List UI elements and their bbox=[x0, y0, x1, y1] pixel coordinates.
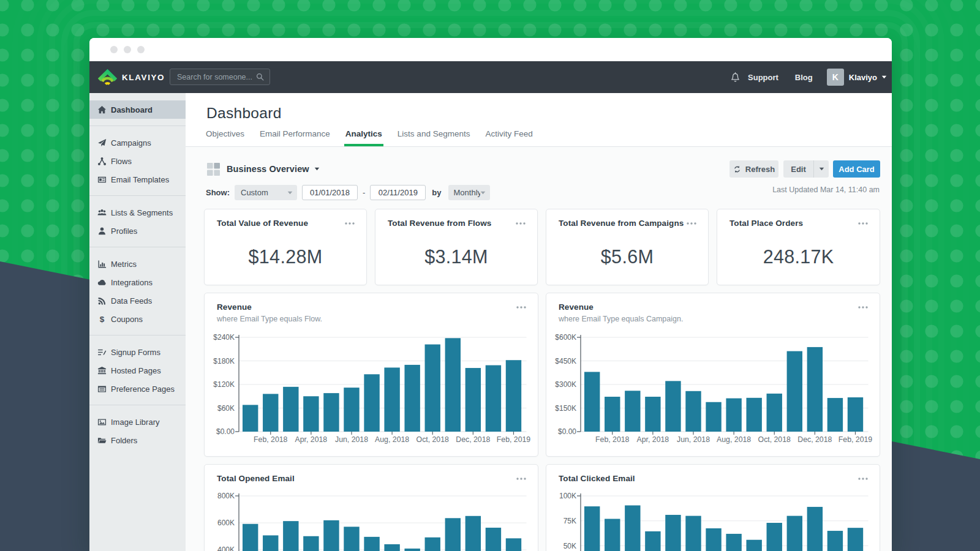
bar[interactable] bbox=[787, 351, 802, 432]
start-date-input[interactable] bbox=[302, 185, 358, 200]
bar[interactable] bbox=[466, 516, 481, 551]
sidebar-item-email-templates[interactable]: Email Templates bbox=[89, 170, 186, 189]
card-menu-button[interactable] bbox=[516, 474, 527, 482]
sidebar-item-lists-segments[interactable]: Lists & Segments bbox=[89, 203, 186, 222]
avatar[interactable]: K bbox=[827, 69, 844, 86]
bar[interactable] bbox=[344, 388, 359, 432]
add-card-button[interactable]: Add Card bbox=[833, 160, 880, 178]
bar[interactable] bbox=[323, 393, 339, 432]
bar[interactable] bbox=[263, 394, 278, 432]
bar[interactable] bbox=[706, 528, 721, 551]
end-date-input[interactable] bbox=[370, 185, 426, 200]
bar[interactable] bbox=[303, 536, 318, 551]
bar[interactable] bbox=[486, 528, 501, 551]
tab-activity-feed[interactable]: Activity Feed bbox=[485, 129, 532, 146]
sidebar-item-flows[interactable]: Flows bbox=[89, 152, 186, 170]
interval-select[interactable]: Monthly bbox=[448, 185, 490, 200]
sidebar-item-metrics[interactable]: Metrics bbox=[89, 255, 186, 273]
bar[interactable] bbox=[807, 347, 823, 432]
date-range-select[interactable]: Custom bbox=[235, 185, 297, 200]
card-menu-button[interactable] bbox=[858, 474, 869, 482]
sidebar-item-image-library[interactable]: Image Library bbox=[89, 413, 186, 431]
sidebar-item-dashboard[interactable]: Dashboard bbox=[89, 100, 186, 119]
caret-down-icon[interactable] bbox=[881, 75, 887, 79]
sidebar-item-signup-forms[interactable]: Signup Forms bbox=[89, 343, 186, 361]
bar[interactable] bbox=[584, 372, 600, 432]
bar[interactable] bbox=[726, 399, 741, 432]
bar[interactable] bbox=[746, 540, 761, 551]
sidebar-item-profiles[interactable]: Profiles bbox=[89, 222, 186, 240]
bar[interactable] bbox=[827, 531, 843, 551]
support-link[interactable]: Support bbox=[748, 73, 778, 82]
bar[interactable] bbox=[506, 360, 521, 432]
bar[interactable] bbox=[848, 528, 863, 551]
refresh-button[interactable]: Refresh bbox=[729, 160, 778, 178]
bar[interactable] bbox=[807, 507, 823, 551]
card-menu-button[interactable] bbox=[858, 219, 869, 227]
bar[interactable] bbox=[605, 397, 620, 432]
bar[interactable] bbox=[425, 345, 440, 432]
klaviyo-logo[interactable]: KLAVIYO bbox=[98, 69, 165, 86]
edit-button[interactable]: Edit bbox=[783, 160, 813, 178]
bar[interactable] bbox=[445, 518, 461, 551]
bar[interactable] bbox=[243, 524, 258, 551]
bar[interactable] bbox=[726, 534, 741, 551]
bar[interactable] bbox=[364, 374, 379, 432]
sidebar-item-campaigns[interactable]: Campaigns bbox=[89, 133, 186, 152]
sidebar-item-hosted-pages[interactable]: Hosted Pages bbox=[89, 361, 186, 380]
navbar-search[interactable] bbox=[170, 69, 270, 85]
bar[interactable] bbox=[303, 396, 318, 432]
bell-icon[interactable] bbox=[730, 72, 741, 83]
bar[interactable] bbox=[283, 521, 298, 551]
sidebar-item-folders[interactable]: Folders bbox=[89, 431, 186, 449]
search-input[interactable] bbox=[170, 73, 256, 81]
card-menu-button[interactable] bbox=[686, 219, 697, 227]
bar[interactable] bbox=[344, 527, 359, 551]
bar[interactable] bbox=[767, 523, 782, 551]
card-menu-button[interactable] bbox=[858, 303, 869, 310]
bar[interactable] bbox=[445, 338, 461, 432]
bar[interactable] bbox=[746, 398, 761, 432]
tab-analytics[interactable]: Analytics bbox=[345, 129, 382, 146]
bar[interactable] bbox=[685, 391, 701, 432]
tab-email-performance[interactable]: Email Performance bbox=[260, 129, 330, 146]
bar[interactable] bbox=[364, 537, 379, 551]
board-selector[interactable]: Business Overview bbox=[207, 160, 320, 178]
bar[interactable] bbox=[848, 397, 863, 432]
bar[interactable] bbox=[685, 516, 701, 551]
bar[interactable] bbox=[706, 402, 721, 432]
bar[interactable] bbox=[645, 397, 660, 432]
bar[interactable] bbox=[466, 368, 481, 432]
bar[interactable] bbox=[625, 505, 640, 551]
sidebar-item-data-feeds[interactable]: Data Feeds bbox=[89, 291, 186, 310]
card-menu-button[interactable] bbox=[344, 219, 355, 227]
bar[interactable] bbox=[404, 549, 420, 551]
bar[interactable] bbox=[263, 535, 278, 551]
bar[interactable] bbox=[283, 387, 298, 432]
bar[interactable] bbox=[486, 365, 501, 432]
tab-objectives[interactable]: Objectives bbox=[206, 129, 244, 146]
bar[interactable] bbox=[323, 520, 339, 551]
bar[interactable] bbox=[787, 516, 802, 551]
bar[interactable] bbox=[665, 381, 680, 432]
card-menu-button[interactable] bbox=[515, 219, 526, 227]
sidebar-item-preference-pages[interactable]: Preference Pages bbox=[89, 380, 186, 398]
bar[interactable] bbox=[625, 391, 640, 432]
bar[interactable] bbox=[584, 506, 600, 551]
bar[interactable] bbox=[645, 531, 660, 551]
bar[interactable] bbox=[243, 405, 258, 432]
bar[interactable] bbox=[506, 538, 521, 551]
board-name[interactable]: Business Overview bbox=[227, 164, 309, 174]
bar[interactable] bbox=[665, 515, 680, 551]
edit-dropdown-button[interactable] bbox=[813, 160, 829, 178]
bar[interactable] bbox=[384, 367, 399, 432]
bar[interactable] bbox=[404, 365, 420, 432]
bar[interactable] bbox=[827, 398, 843, 432]
tab-lists-and-segments[interactable]: Lists and Segments bbox=[398, 129, 470, 146]
bar[interactable] bbox=[605, 519, 620, 551]
bar[interactable] bbox=[384, 544, 399, 551]
bar[interactable] bbox=[425, 538, 440, 551]
card-menu-button[interactable] bbox=[516, 303, 527, 310]
sidebar-item-coupons[interactable]: $ Coupons bbox=[89, 310, 186, 328]
bar[interactable] bbox=[767, 394, 782, 432]
